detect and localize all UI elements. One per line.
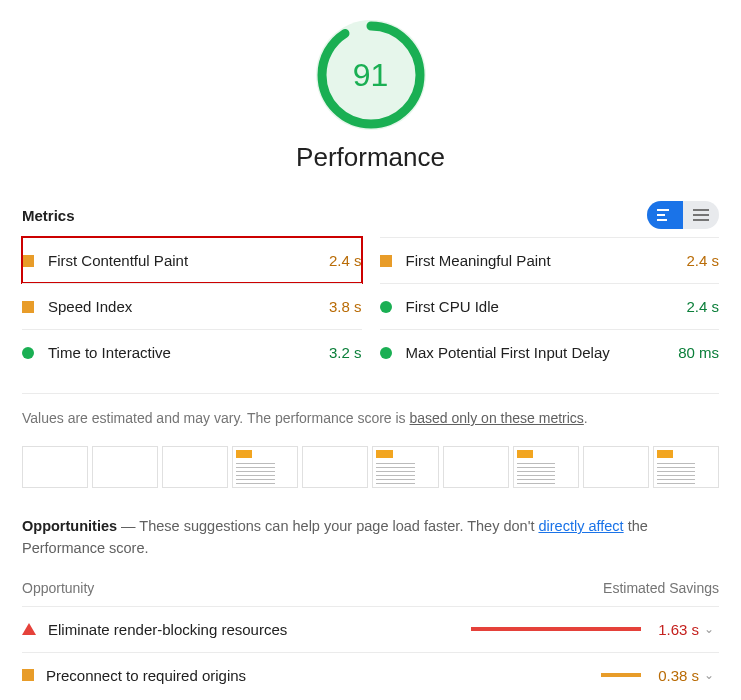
metric-value: 3.8 s — [329, 298, 362, 315]
score-gauge: 91 — [316, 20, 426, 130]
circle-icon — [380, 347, 392, 359]
metrics-heading: Metrics — [22, 207, 75, 224]
opportunity-value: 1.63 s — [641, 621, 699, 638]
metric-row[interactable]: Speed Index3.8 s — [22, 283, 362, 329]
metric-name: First Contentful Paint — [48, 252, 329, 269]
filmstrip-frame — [92, 446, 158, 488]
filmstrip-frame — [583, 446, 649, 488]
savings-col-label: Estimated Savings — [603, 580, 719, 596]
filmstrip-frame — [513, 446, 579, 488]
square-icon — [380, 255, 392, 267]
filmstrip-frame — [302, 446, 368, 488]
score-value: 91 — [316, 20, 426, 130]
opportunities-intro: Opportunities — These suggestions can he… — [22, 516, 719, 560]
lines-long-icon — [693, 209, 709, 221]
savings-bar — [441, 627, 641, 631]
opportunity-value: 0.38 s — [641, 667, 699, 684]
directly-affect-link[interactable]: directly affect — [538, 518, 623, 534]
page-title: Performance — [22, 142, 719, 173]
opportunity-name: Preconnect to required origins — [46, 667, 441, 684]
filmstrip-frame — [653, 446, 719, 488]
metric-value: 3.2 s — [329, 344, 362, 361]
filmstrip — [22, 446, 719, 488]
metric-name: First Meaningful Paint — [406, 252, 687, 269]
metric-row[interactable]: First Meaningful Paint2.4 s — [380, 237, 720, 283]
filmstrip-frame — [372, 446, 438, 488]
metrics-note: Values are estimated and may vary. The p… — [22, 393, 719, 426]
chevron-down-icon: ⌄ — [699, 622, 719, 636]
filmstrip-frame — [443, 446, 509, 488]
opportunity-col-label: Opportunity — [22, 580, 94, 596]
metric-value: 80 ms — [678, 344, 719, 361]
metric-row[interactable]: First Contentful Paint2.4 s — [22, 237, 362, 283]
filmstrip-frame — [162, 446, 228, 488]
metric-name: First CPU Idle — [406, 298, 687, 315]
opportunity-row[interactable]: Eliminate render-blocking resources1.63 … — [22, 606, 719, 652]
opportunity-row[interactable]: Preconnect to required origins0.38 s⌄ — [22, 652, 719, 698]
metric-value: 2.4 s — [686, 298, 719, 315]
circle-icon — [22, 347, 34, 359]
metric-name: Speed Index — [48, 298, 329, 315]
triangle-icon — [22, 623, 36, 635]
chevron-down-icon: ⌄ — [699, 668, 719, 682]
performance-header: 91 Performance — [22, 20, 719, 173]
metric-row[interactable]: First CPU Idle2.4 s — [380, 283, 720, 329]
metric-value: 2.4 s — [686, 252, 719, 269]
filmstrip-frame — [22, 446, 88, 488]
square-icon — [22, 255, 34, 267]
lines-short-icon — [657, 209, 673, 221]
savings-bar — [441, 673, 641, 677]
metric-row[interactable]: Time to Interactive3.2 s — [22, 329, 362, 375]
metric-value: 2.4 s — [329, 252, 362, 269]
square-icon — [22, 669, 34, 681]
opportunity-name: Eliminate render-blocking resources — [48, 621, 441, 638]
view-toggle — [647, 201, 719, 229]
metric-name: Time to Interactive — [48, 344, 329, 361]
square-icon — [22, 301, 34, 313]
view-compact-button[interactable] — [647, 201, 683, 229]
opportunities-header-row: Opportunity Estimated Savings — [22, 580, 719, 606]
metrics-note-link[interactable]: based only on these metrics — [410, 410, 584, 426]
filmstrip-frame — [232, 446, 298, 488]
view-expanded-button[interactable] — [683, 201, 719, 229]
metrics-grid: First Contentful Paint2.4 sFirst Meaning… — [22, 237, 719, 375]
circle-icon — [380, 301, 392, 313]
metric-name: Max Potential First Input Delay — [406, 344, 679, 361]
metric-row[interactable]: Max Potential First Input Delay80 ms — [380, 329, 720, 375]
opportunities-list: Eliminate render-blocking resources1.63 … — [22, 606, 719, 698]
